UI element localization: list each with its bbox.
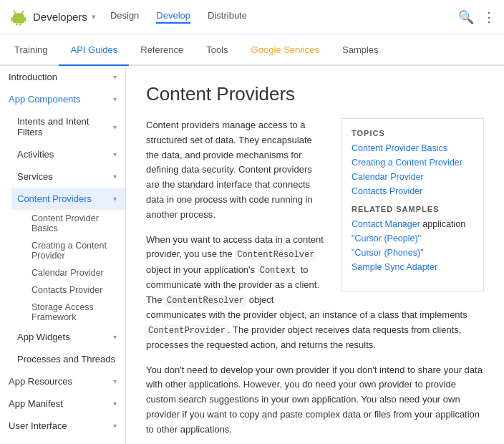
topics-list: Content Provider Basics Creating a Conte… [352, 143, 473, 196]
reference-nav-item[interactable]: Reference [129, 34, 195, 66]
svg-line-2 [14, 11, 15, 13]
sample-item-4: Sample Sync Adapter [352, 262, 473, 272]
own-provider-paragraph: You don't need to develop your own provi… [146, 363, 484, 438]
app-components-sub: Intents and Intent Filters ▾ Activities … [0, 110, 125, 370]
svg-rect-4 [11, 17, 13, 21]
training-nav-item[interactable]: Training [11, 34, 59, 66]
sidebar-item-app-manifest[interactable]: App Manifest ▾ [0, 392, 125, 415]
secondary-navigation: Training API Guides Reference Tools Goog… [0, 34, 504, 66]
svg-rect-6 [16, 23, 18, 25]
chevron-down-icon: ▾ [113, 95, 117, 103]
chevron-down-icon: ▾ [113, 400, 117, 407]
chevron-down-icon: ▾ [113, 150, 117, 158]
content-resolver2-code: ContentResolver [165, 295, 246, 307]
android-logo-icon [9, 7, 29, 27]
sample-item-3: "Cursor (Phones)" [352, 248, 473, 258]
search-button[interactable]: 🔍 [458, 9, 474, 25]
content-provider-code: ContentProvider [146, 325, 228, 337]
api-guides-nav-item[interactable]: API Guides [59, 34, 129, 66]
main-layout: Introduction ▾ App Components ▾ Intents … [0, 66, 504, 444]
sidebar-item-content-provider-basics[interactable]: Content Provider Basics [23, 210, 125, 237]
sidebar-item-content-providers[interactable]: Content Providers ▾ [11, 188, 125, 210]
sidebar-item-intents[interactable]: Intents and Intent Filters ▾ [11, 110, 125, 143]
sidebar-item-processes-threads[interactable]: Processes and Threads [11, 348, 125, 370]
sidebar-item-contacts-provider[interactable]: Contacts Provider [23, 281, 125, 299]
logo-text: Developers [33, 11, 87, 23]
content-providers-sub: Content Provider Basics Creating a Conte… [11, 210, 125, 326]
svg-line-3 [22, 11, 24, 13]
sidebar-item-storage-access-framework[interactable]: Storage Access Framework [23, 299, 125, 326]
chevron-down-icon: ▾ [113, 123, 117, 131]
sample-item-1: Contact Manager application [352, 219, 473, 229]
main-content: Content Providers TOPICS Content Provide… [126, 66, 504, 444]
tools-nav-item[interactable]: Tools [195, 34, 239, 66]
sidebar-item-app-resources[interactable]: App Resources ▾ [0, 370, 125, 392]
svg-rect-5 [24, 17, 26, 21]
topics-item-2: Creating a Content Provider [352, 158, 473, 168]
page-title: Content Providers [146, 83, 484, 105]
distribute-nav-link[interactable]: Distribute [208, 10, 247, 24]
sidebar-item-animation-graphics[interactable]: Animation and Graphics ▾ [0, 437, 125, 444]
topics-item-1: Content Provider Basics [352, 143, 473, 153]
chevron-down-icon: ▾ [113, 377, 117, 385]
content-body: TOPICS Content Provider Basics Creating … [146, 118, 484, 444]
topics-box: TOPICS Content Provider Basics Creating … [341, 118, 484, 291]
topics-title: TOPICS [352, 129, 473, 137]
chevron-down-icon: ▾ [113, 422, 117, 430]
sample-item-2: "Cursor (People)" [352, 233, 473, 243]
svg-rect-7 [19, 23, 21, 25]
sidebar-item-services[interactable]: Services ▾ [11, 165, 125, 188]
sidebar-item-user-interface[interactable]: User Interface ▾ [0, 415, 125, 437]
develop-nav-link[interactable]: Develop [156, 10, 190, 24]
sidebar-item-app-widgets[interactable]: App Widgets ▾ [11, 326, 125, 348]
samples-nav-item[interactable]: Samples [331, 34, 390, 66]
topics-item-4: Contacts Provider [352, 186, 473, 196]
menu-button[interactable]: ⋮ [483, 9, 495, 25]
chevron-down-icon: ▾ [113, 195, 117, 203]
chevron-down-icon: ▾ [113, 333, 117, 341]
chevron-down-icon: ▾ [113, 73, 117, 81]
sidebar-item-app-components[interactable]: App Components ▾ [0, 88, 125, 110]
chevron-down-icon: ▾ [113, 173, 117, 180]
design-nav-link[interactable]: Design [110, 10, 139, 24]
sidebar-item-creating-content-provider[interactable]: Creating a Content Provider [23, 237, 125, 264]
logo-area[interactable]: Developers ▾ [9, 7, 96, 27]
related-samples-title: RELATED SAMPLES [352, 205, 473, 213]
sidebar: Introduction ▾ App Components ▾ Intents … [0, 66, 126, 444]
top-nav-links: Design Develop Distribute [110, 10, 444, 24]
sidebar-item-introduction[interactable]: Introduction ▾ [0, 66, 125, 88]
top-nav-icons: 🔍 ⋮ [458, 9, 495, 25]
sidebar-item-activities[interactable]: Activities ▾ [11, 143, 125, 165]
topics-item-3: Calendar Provider [352, 172, 473, 182]
logo-chevron-icon: ▾ [92, 12, 96, 21]
top-navigation: Developers ▾ Design Develop Distribute 🔍… [0, 0, 504, 34]
google-services-nav-item[interactable]: Google Services [240, 34, 331, 66]
content-resolver-code: ContentResolver [235, 249, 316, 261]
related-samples-list: Contact Manager application "Cursor (Peo… [352, 219, 473, 272]
context-code: Context [258, 265, 298, 276]
sidebar-item-calendar-provider[interactable]: Calendar Provider [23, 264, 125, 281]
